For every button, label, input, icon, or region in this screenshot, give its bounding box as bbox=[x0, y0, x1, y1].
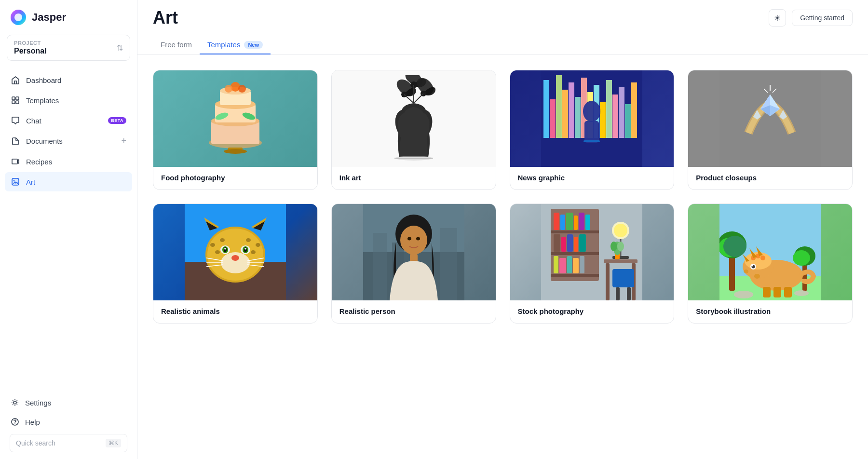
svg-rect-7 bbox=[12, 178, 19, 185]
sidebar-bottom: Settings Help Quick search ⌘K bbox=[0, 389, 137, 459]
realistic-person-image bbox=[332, 204, 496, 300]
sidebar-item-templates[interactable]: Templates bbox=[5, 91, 132, 110]
svg-point-77 bbox=[224, 248, 226, 250]
sidebar-item-settings[interactable]: Settings bbox=[5, 393, 132, 412]
sidebar-item-chat[interactable]: Chat BETA bbox=[5, 111, 132, 130]
svg-point-85 bbox=[256, 243, 260, 247]
svg-rect-131 bbox=[606, 263, 610, 300]
getting-started-button[interactable]: Getting started bbox=[792, 10, 853, 26]
template-card-ink[interactable]: Ink art bbox=[331, 70, 496, 190]
svg-point-162 bbox=[754, 274, 760, 279]
svg-rect-123 bbox=[567, 256, 572, 273]
svg-rect-35 bbox=[543, 80, 549, 138]
sidebar-item-dashboard[interactable]: Dashboard bbox=[5, 70, 132, 90]
tabs-bar: Free form Templates New bbox=[137, 28, 868, 54]
svg-rect-121 bbox=[554, 256, 558, 273]
svg-rect-146 bbox=[802, 262, 807, 291]
svg-rect-112 bbox=[566, 213, 573, 230]
svg-rect-2 bbox=[12, 97, 15, 100]
svg-rect-109 bbox=[551, 274, 599, 277]
svg-point-145 bbox=[723, 236, 746, 257]
svg-point-136 bbox=[617, 242, 624, 251]
svg-point-20 bbox=[225, 85, 232, 93]
sidebar-item-documents[interactable]: Documents + bbox=[5, 131, 132, 151]
logo-text: Jasper bbox=[32, 11, 66, 24]
food-photography-image bbox=[153, 70, 317, 167]
food-photography-label: Food photography bbox=[153, 167, 317, 189]
svg-rect-39 bbox=[569, 82, 574, 138]
template-card-food[interactable]: Food photography bbox=[153, 70, 318, 190]
svg-rect-96 bbox=[373, 233, 387, 300]
svg-rect-40 bbox=[575, 97, 581, 138]
svg-line-31 bbox=[414, 94, 423, 103]
svg-rect-137 bbox=[612, 269, 634, 287]
home-icon bbox=[11, 75, 20, 85]
sidebar: Jasper PROJECT Personal ⇅ Dashboard bbox=[0, 0, 137, 459]
sun-icon: ☀ bbox=[774, 14, 781, 23]
storybook-illustration-image bbox=[688, 204, 852, 300]
svg-rect-48 bbox=[625, 104, 631, 138]
realistic-animals-image bbox=[153, 204, 317, 300]
svg-point-82 bbox=[215, 250, 220, 254]
help-icon bbox=[11, 418, 19, 426]
svg-point-50 bbox=[583, 101, 600, 122]
svg-point-103 bbox=[416, 237, 420, 241]
svg-point-25 bbox=[224, 149, 247, 154]
svg-point-83 bbox=[210, 243, 215, 247]
svg-rect-108 bbox=[551, 252, 599, 255]
template-card-news[interactable]: News graphic bbox=[510, 70, 675, 190]
stock-photography-image bbox=[510, 204, 674, 300]
svg-point-87 bbox=[246, 238, 251, 242]
svg-rect-37 bbox=[556, 75, 562, 138]
documents-label: Documents bbox=[26, 137, 115, 145]
gear-icon bbox=[11, 398, 19, 407]
tab-freeform[interactable]: Free form bbox=[153, 36, 200, 54]
chevron-updown-icon: ⇅ bbox=[117, 43, 123, 53]
svg-rect-49 bbox=[631, 82, 637, 138]
svg-point-84 bbox=[251, 250, 256, 254]
art-label: Art bbox=[26, 178, 126, 186]
beta-badge: BETA bbox=[108, 117, 126, 124]
add-document-icon[interactable]: + bbox=[121, 136, 126, 146]
svg-point-154 bbox=[760, 256, 765, 260]
svg-point-127 bbox=[614, 224, 627, 237]
svg-rect-119 bbox=[574, 237, 578, 252]
svg-point-102 bbox=[407, 237, 411, 241]
svg-rect-44 bbox=[600, 102, 606, 138]
storybook-illustration-label: Storybook illustration bbox=[688, 300, 852, 323]
svg-rect-122 bbox=[559, 258, 566, 273]
template-card-stock[interactable]: Stock photography bbox=[510, 203, 675, 324]
svg-rect-98 bbox=[440, 228, 457, 300]
template-card-animals[interactable]: Realistic animals bbox=[153, 203, 318, 324]
sidebar-item-art[interactable]: Art bbox=[5, 172, 132, 191]
grid-icon bbox=[11, 95, 20, 105]
svg-rect-125 bbox=[580, 256, 584, 273]
template-card-storybook[interactable]: Storybook illustration bbox=[688, 203, 853, 324]
quick-search[interactable]: Quick search ⌘K bbox=[10, 434, 127, 452]
ink-art-label: Ink art bbox=[332, 167, 496, 189]
template-card-product[interactable]: Product closeups bbox=[688, 70, 853, 190]
project-selector[interactable]: PROJECT Personal ⇅ bbox=[7, 35, 130, 61]
top-bar-right: ☀ Getting started bbox=[769, 9, 853, 27]
project-label: PROJECT bbox=[14, 40, 47, 46]
svg-rect-3 bbox=[16, 97, 19, 100]
svg-point-1 bbox=[14, 14, 22, 21]
template-card-person[interactable]: Realistic person bbox=[331, 203, 496, 324]
svg-rect-107 bbox=[551, 230, 599, 233]
svg-rect-138 bbox=[616, 287, 620, 300]
sidebar-item-help[interactable]: Help bbox=[5, 413, 132, 431]
templates-label: Templates bbox=[26, 96, 126, 105]
svg-rect-52 bbox=[583, 140, 600, 142]
svg-point-161 bbox=[744, 270, 748, 273]
svg-rect-114 bbox=[579, 213, 584, 230]
ink-art-image bbox=[332, 70, 496, 167]
svg-rect-47 bbox=[619, 87, 624, 138]
svg-rect-124 bbox=[573, 258, 579, 273]
main-content: Art ☀ Getting started Free form Template… bbox=[137, 0, 868, 459]
tab-templates[interactable]: Templates New bbox=[200, 36, 271, 54]
svg-point-11 bbox=[14, 423, 15, 424]
svg-point-81 bbox=[244, 248, 246, 250]
sidebar-item-recipes[interactable]: Recipes bbox=[5, 152, 132, 171]
svg-rect-113 bbox=[574, 216, 578, 230]
theme-toggle-button[interactable]: ☀ bbox=[769, 9, 786, 27]
